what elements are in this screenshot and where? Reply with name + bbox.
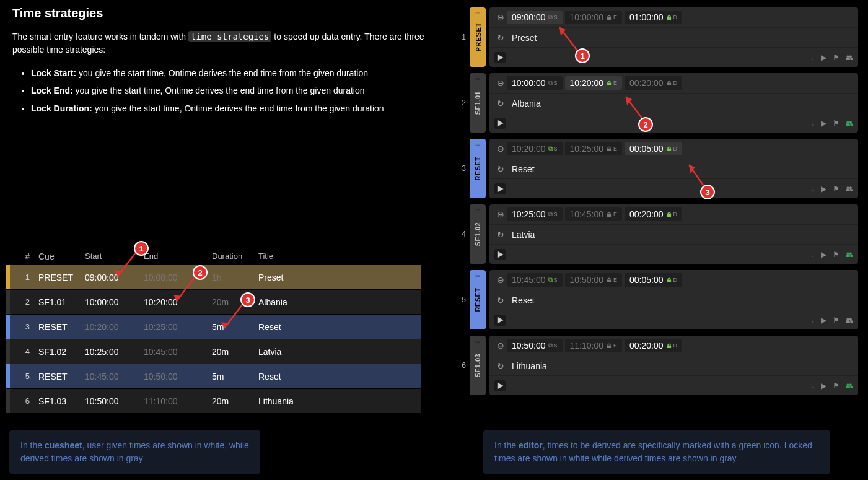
play-button[interactable]	[494, 315, 506, 326]
people-icon[interactable]: 👥︎	[846, 250, 853, 259]
editor-row-tab[interactable]: ═ RESET	[470, 139, 486, 198]
row-duration[interactable]: 20m	[208, 396, 255, 406]
people-icon[interactable]: 👥︎	[846, 185, 853, 193]
editor-row-tab[interactable]: ═ SF1.02	[470, 204, 486, 264]
start-time-box[interactable]: 10:20:00 ⧉S	[507, 142, 563, 155]
editor-row-tab[interactable]: ═ PRESET	[470, 7, 486, 67]
duration-time-box[interactable]: 00:05:00 🔒︎D	[625, 142, 682, 155]
download-icon[interactable]: ↓	[811, 250, 815, 259]
duration-time-box[interactable]: 01:00:00 🔒︎D	[625, 11, 682, 24]
flag-icon[interactable]: ⚑	[833, 119, 840, 128]
start-time-box[interactable]: 10:50:00 ⧉S	[507, 339, 563, 352]
cuesheet-row[interactable]: 2 SF1.01 10:00:00 10:20:00 20m Albania	[6, 290, 421, 315]
row-duration[interactable]: 1h	[208, 273, 255, 282]
reload-icon[interactable]: ↻	[494, 361, 507, 371]
play-small-icon[interactable]: ▶	[821, 382, 826, 390]
download-icon[interactable]: ↓	[811, 53, 815, 62]
people-icon[interactable]: 👥︎	[846, 316, 853, 325]
people-icon[interactable]: 👥︎	[846, 119, 853, 128]
end-time-box[interactable]: 11:10:00 🔒︎E	[565, 339, 623, 352]
editor-row-tab[interactable]: ═ RESET	[470, 270, 486, 329]
editor-row-tab[interactable]: ═ SF1.03	[470, 336, 486, 395]
end-time-box[interactable]: 10:20:00 🔒︎E	[565, 76, 623, 90]
play-small-icon[interactable]: ▶	[821, 119, 826, 128]
start-time-box[interactable]: 10:25:00 ⧉S	[507, 207, 563, 221]
drag-handle-icon[interactable]: ═	[475, 273, 480, 279]
row-end[interactable]: 11:10:00	[140, 396, 208, 406]
skip-icon[interactable]: ⊖	[494, 275, 507, 285]
play-small-icon[interactable]: ▶	[821, 185, 826, 193]
end-time-box[interactable]: 10:45:00 🔒︎E	[565, 207, 623, 221]
row-start[interactable]: 10:25:00	[81, 347, 140, 357]
duration-time-box[interactable]: 00:05:00 🔒︎D	[625, 273, 682, 287]
start-time-box[interactable]: 10:00:00 ⧉S	[507, 76, 563, 90]
row-title[interactable]: Reset	[255, 322, 421, 332]
reload-icon[interactable]: ↻	[494, 164, 507, 174]
play-button[interactable]	[494, 118, 506, 129]
row-start[interactable]: 10:20:00	[81, 322, 140, 332]
row-end[interactable]: 10:45:00	[140, 347, 208, 357]
flag-icon[interactable]: ⚑	[833, 53, 840, 62]
cuesheet-row[interactable]: 1 PRESET 09:00:00 10:00:00 1h Preset	[6, 265, 421, 290]
reload-icon[interactable]: ↻	[494, 295, 507, 305]
play-small-icon[interactable]: ▶	[821, 316, 826, 325]
play-small-icon[interactable]: ▶	[821, 250, 826, 259]
flag-icon[interactable]: ⚑	[833, 185, 840, 193]
drag-handle-icon[interactable]: ═	[475, 338, 480, 345]
row-title[interactable]: Reset	[255, 372, 421, 382]
row-start[interactable]: 10:45:00	[81, 372, 140, 382]
play-button[interactable]	[494, 380, 506, 391]
row-title[interactable]: Albania	[255, 297, 421, 307]
skip-icon[interactable]: ⊖	[494, 209, 507, 219]
skip-icon[interactable]: ⊖	[494, 12, 507, 22]
row-duration[interactable]: 5m	[208, 372, 255, 382]
row-duration[interactable]: 20m	[208, 347, 255, 357]
row-end[interactable]: 10:50:00	[140, 372, 208, 382]
row-start[interactable]: 10:50:00	[81, 396, 140, 406]
download-icon[interactable]: ↓	[811, 119, 815, 128]
editor-title[interactable]: Reset	[507, 164, 535, 174]
reload-icon[interactable]: ↻	[494, 98, 507, 108]
editor-title[interactable]: Albania	[507, 98, 541, 108]
flag-icon[interactable]: ⚑	[833, 382, 840, 390]
people-icon[interactable]: 👥︎	[846, 53, 853, 62]
download-icon[interactable]: ↓	[811, 316, 815, 325]
row-title[interactable]: Latvia	[255, 347, 421, 357]
end-time-box[interactable]: 10:25:00 🔒︎E	[565, 142, 623, 155]
flag-icon[interactable]: ⚑	[833, 250, 840, 259]
duration-time-box[interactable]: 00:20:00 🔒︎D	[625, 76, 682, 90]
row-title[interactable]: Preset	[255, 273, 421, 282]
row-title[interactable]: Lithuania	[255, 396, 421, 406]
flag-icon[interactable]: ⚑	[833, 316, 840, 325]
drag-handle-icon[interactable]: ═	[475, 207, 480, 214]
end-time-box[interactable]: 10:50:00 🔒︎E	[565, 273, 623, 287]
play-button[interactable]	[494, 249, 506, 260]
play-button[interactable]	[494, 183, 506, 194]
row-start[interactable]: 10:00:00	[81, 297, 140, 307]
start-time-box[interactable]: 10:45:00 ⧉S	[507, 273, 563, 287]
play-small-icon[interactable]: ▶	[821, 53, 826, 62]
row-end[interactable]: 10:25:00	[140, 322, 208, 332]
editor-title[interactable]: Latvia	[507, 230, 535, 240]
download-icon[interactable]: ↓	[811, 185, 815, 193]
skip-icon[interactable]: ⊖	[494, 341, 507, 351]
drag-handle-icon[interactable]: ═	[475, 10, 480, 17]
people-icon[interactable]: 👥︎	[846, 382, 853, 390]
cuesheet-row[interactable]: 5 RESET 10:45:00 10:50:00 5m Reset	[6, 364, 421, 389]
cuesheet-row[interactable]: 6 SF1.03 10:50:00 11:10:00 20m Lithuania	[6, 389, 421, 414]
play-button[interactable]	[494, 52, 506, 63]
skip-icon[interactable]: ⊖	[494, 144, 507, 154]
drag-handle-icon[interactable]: ═	[475, 141, 480, 148]
editor-title[interactable]: Reset	[507, 295, 535, 305]
drag-handle-icon[interactable]: ═	[475, 76, 480, 82]
cuesheet-row[interactable]: 4 SF1.02 10:25:00 10:45:00 20m Latvia	[6, 339, 421, 364]
reload-icon[interactable]: ↻	[494, 33, 507, 43]
cuesheet-row[interactable]: 3 RESET 10:20:00 10:25:00 5m Reset	[6, 315, 421, 339]
download-icon[interactable]: ↓	[811, 382, 815, 390]
editor-row-tab[interactable]: ═ SF1.01	[470, 73, 486, 133]
editor-title[interactable]: Preset	[507, 33, 537, 43]
reload-icon[interactable]: ↻	[494, 230, 507, 240]
editor-title[interactable]: Lithuania	[507, 361, 547, 371]
skip-icon[interactable]: ⊖	[494, 78, 507, 88]
duration-time-box[interactable]: 00:20:00 🔒︎D	[625, 339, 682, 352]
